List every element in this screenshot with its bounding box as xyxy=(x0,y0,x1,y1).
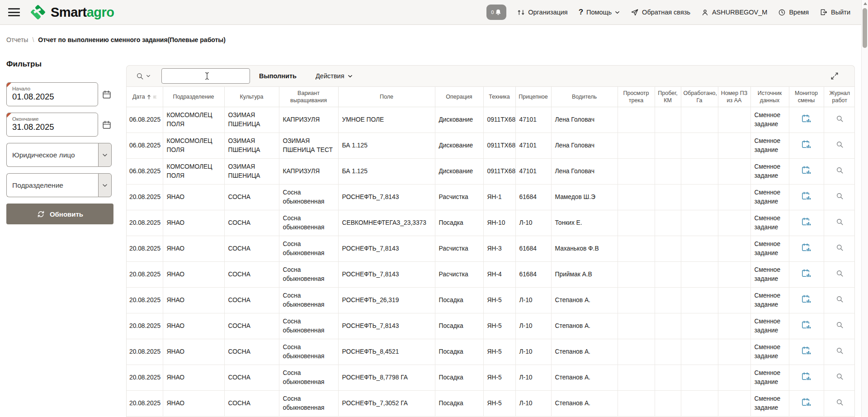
work-journal-icon[interactable] xyxy=(835,140,844,149)
table-row[interactable]: 20.08.2025 ЯНАО СОСНА Сосна обыкновенная… xyxy=(127,210,855,236)
column-header-subdivision[interactable]: Подразделение xyxy=(163,87,224,107)
shift-monitor-icon[interactable] xyxy=(801,320,811,330)
work-journal-icon[interactable] xyxy=(835,166,844,175)
search-input[interactable] xyxy=(161,68,250,84)
work-journal-icon[interactable] xyxy=(835,321,844,329)
breadcrumb-reports-link[interactable]: Отчеты xyxy=(6,36,28,43)
expand-button[interactable] xyxy=(830,71,839,81)
column-header-mileage[interactable]: Пробег, КМ xyxy=(655,87,681,107)
cell-culture: СОСНА xyxy=(224,288,279,313)
cell-trailer: Л-10 xyxy=(515,313,551,339)
table-row[interactable]: 20.08.2025 ЯНАО СОСНА Сосна обыкновенная… xyxy=(127,339,855,365)
cell-processed xyxy=(681,288,718,313)
cell-vehicle: ЯН-10 xyxy=(483,210,515,236)
cell-variant: Сосна обыкновенная xyxy=(279,288,338,313)
shift-monitor-icon[interactable] xyxy=(801,371,811,382)
start-date-calendar-button[interactable] xyxy=(102,90,112,100)
column-header-variant[interactable]: Вариант выращивания xyxy=(279,87,338,107)
table-row[interactable]: 06.08.2025 КОМСОМОЛЕЦ ПОЛЯ ОЗИМАЯ ПШЕНИЦ… xyxy=(127,107,855,133)
end-date-field[interactable]: Окончание 31.08.2025 xyxy=(6,113,98,137)
cell-operation: Посадка xyxy=(435,288,483,313)
work-journal-icon[interactable] xyxy=(835,295,844,303)
shift-monitor-icon[interactable] xyxy=(801,217,811,227)
work-journal-icon[interactable] xyxy=(835,346,844,355)
work-journal-icon[interactable] xyxy=(835,269,844,278)
menu-toggle-button[interactable] xyxy=(8,8,20,17)
column-header-work-journal[interactable]: Журнал работ xyxy=(824,87,855,107)
column-header-track-view[interactable]: Просмотр трека xyxy=(618,87,655,107)
report-table: Дата Подразделение Культура Вариант выра… xyxy=(127,86,855,417)
table-row[interactable]: 06.08.2025 КОМСОМОЛЕЦ ПОЛЯ ОЗИМАЯ ПШЕНИЦ… xyxy=(127,159,855,185)
cell-data-source: Сменное задание xyxy=(750,210,789,236)
scrollbar-thumb[interactable] xyxy=(863,8,867,48)
column-header-driver[interactable]: Водитель xyxy=(551,87,618,107)
actions-menu-button[interactable]: Действия xyxy=(316,72,353,80)
table-row[interactable]: 06.08.2025 КОМСОМОЛЕЦ ПОЛЯ ОЗИМАЯ ПШЕНИЦ… xyxy=(127,133,855,159)
column-header-vehicle[interactable]: Техника xyxy=(483,87,515,107)
shift-monitor-icon[interactable] xyxy=(801,191,811,201)
legal-entity-select[interactable]: Юридическое лицо xyxy=(6,143,98,167)
table-row[interactable]: 20.08.2025 ЯНАО СОСНА Сосна обыкновенная… xyxy=(127,185,855,210)
execute-button[interactable]: Выполнить xyxy=(259,72,297,80)
shift-monitor-icon[interactable] xyxy=(801,139,811,150)
cell-date: 20.08.2025 xyxy=(127,210,163,236)
shift-monitor-icon[interactable] xyxy=(801,346,811,356)
cell-data-source: Сменное задание xyxy=(750,236,789,262)
chevron-down-icon xyxy=(348,74,353,79)
nav-feedback[interactable]: Обратная связь xyxy=(631,8,690,16)
work-journal-icon[interactable] xyxy=(835,398,844,407)
nav-logout[interactable]: Выйти xyxy=(820,8,850,16)
column-header-culture[interactable]: Культура xyxy=(224,87,279,107)
table-row[interactable]: 20.08.2025 ЯНАО СОСНА Сосна обыкновенная… xyxy=(127,365,855,391)
table-row[interactable]: 20.08.2025 ЯНАО СОСНА Сосна обыкновенная… xyxy=(127,236,855,262)
cell-data-source: Сменное задание xyxy=(750,365,789,391)
work-journal-icon[interactable] xyxy=(835,372,844,381)
cell-culture: СОСНА xyxy=(224,339,279,365)
end-date-calendar-button[interactable] xyxy=(102,120,112,130)
shift-monitor-icon[interactable] xyxy=(801,242,811,253)
logo[interactable]: Smartagro xyxy=(29,3,114,21)
column-header-processed[interactable]: Обработано, Га xyxy=(681,87,718,107)
cell-processed xyxy=(681,210,718,236)
shift-monitor-icon[interactable] xyxy=(801,268,811,279)
table-header-row: Дата Подразделение Культура Вариант выра… xyxy=(127,87,855,107)
search-column-selector[interactable] xyxy=(136,72,151,81)
column-header-data-source[interactable]: Источник данных xyxy=(750,87,789,107)
chevron-down-icon xyxy=(146,74,151,78)
notifications-button[interactable]: 0 xyxy=(486,5,506,20)
table-row[interactable]: 20.08.2025 ЯНАО СОСНА Сосна обыкновенная… xyxy=(127,288,855,313)
nav-help[interactable]: ? Помощь xyxy=(579,8,620,17)
topbar: Smartagro 0 Организация ? Помощь xyxy=(0,0,861,25)
work-journal-icon[interactable] xyxy=(835,243,844,252)
vertical-scrollbar[interactable] xyxy=(861,0,868,417)
nav-time[interactable]: Время xyxy=(778,9,809,16)
column-header-trailer[interactable]: Прицепное xyxy=(515,87,551,107)
column-header-task-number[interactable]: Номер ПЗ из АА xyxy=(718,87,750,107)
column-header-shift-monitor[interactable]: Монитор смены xyxy=(789,87,824,107)
refresh-button-label: Обновить xyxy=(50,210,83,218)
table-row[interactable]: 20.08.2025 ЯНАО СОСНА Сосна обыкновенная… xyxy=(127,262,855,288)
scroll-up-arrow-icon[interactable] xyxy=(863,2,867,5)
work-journal-icon[interactable] xyxy=(835,218,844,226)
subdivision-dropdown-button[interactable] xyxy=(98,173,112,197)
cell-operation: Посадка xyxy=(435,210,483,236)
start-date-field[interactable]: Начало 01.08.2025 xyxy=(6,82,98,106)
table-row[interactable]: 20.08.2025 ЯНАО СОСНА Сосна обыкновенная… xyxy=(127,313,855,339)
subdivision-select[interactable]: Подразделение xyxy=(6,173,98,197)
table-row[interactable]: 20.08.2025 ЯНАО СОСНА Сосна обыкновенная… xyxy=(127,391,855,417)
legal-entity-dropdown-button[interactable] xyxy=(98,143,112,167)
shift-monitor-icon[interactable] xyxy=(801,114,811,124)
shift-monitor-icon[interactable] xyxy=(801,397,811,408)
nav-user[interactable]: ASHURBEGOV_M xyxy=(701,9,767,16)
nav-user-label: ASHURBEGOV_M xyxy=(712,9,767,16)
column-header-field[interactable]: Поле xyxy=(338,87,435,107)
shift-monitor-icon[interactable] xyxy=(801,165,811,175)
work-journal-icon[interactable] xyxy=(835,114,844,123)
column-header-date[interactable]: Дата xyxy=(127,87,163,107)
work-journal-icon[interactable] xyxy=(835,192,844,200)
nav-organization[interactable]: Организация xyxy=(517,9,567,16)
shift-monitor-icon[interactable] xyxy=(801,294,811,304)
refresh-button[interactable]: Обновить xyxy=(6,204,113,224)
filters-sidebar: Фильтры Начало 01.08.2025 Окончание 31.0… xyxy=(6,60,123,224)
column-header-operation[interactable]: Операция xyxy=(435,87,483,107)
